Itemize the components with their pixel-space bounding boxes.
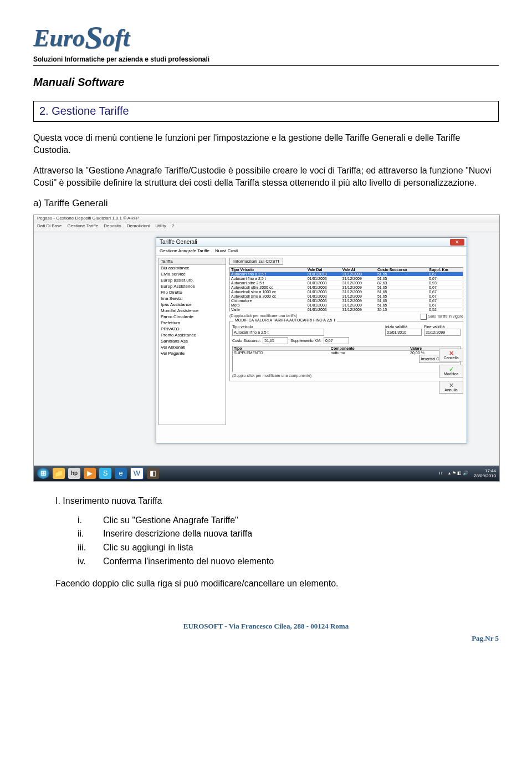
menu-item[interactable]: ? <box>172 223 174 231</box>
list-item[interactable]: Vei Pagante <box>159 350 226 356</box>
subhead-a: a) Tariffe Generali <box>33 198 499 209</box>
menu-item[interactable]: Dati Di Base <box>37 223 62 231</box>
list-item[interactable]: PRIVATO <box>159 326 226 332</box>
cost-table[interactable]: Tipo Veicolo Vale Dal Vale Al Costo Socc… <box>229 267 463 312</box>
tariffa-listbox[interactable]: Tariffa Blu assistance Elvia service Eur… <box>158 258 226 425</box>
tagline: Soluzioni Informatiche per azienda e stu… <box>33 55 499 66</box>
input-fine-validita[interactable]: 31/12/2099 <box>424 329 461 336</box>
col-vale-al: Vale Al <box>341 267 376 272</box>
list-item[interactable]: Elvia service <box>159 271 226 277</box>
app-menubar: Dati Di Base Gestione Tariffe Deposito D… <box>34 223 499 232</box>
info-costi-button[interactable]: Informazioni sui COSTI <box>229 258 283 265</box>
list-item[interactable]: Vei Abbonati <box>159 344 226 350</box>
col-suppl-km: Suppl. Km <box>428 267 463 272</box>
ie-icon[interactable]: e <box>115 468 127 479</box>
table-row[interactable]: Autocarri fino a 2,5 t01/01/201031/12/20… <box>230 272 463 276</box>
app-icon[interactable]: ◧ <box>147 468 159 479</box>
intro-paragraph-2: Attraverso la "Gestione Anagrafe Tariffe… <box>33 165 499 188</box>
section-heading: 2. Gestione Tariffe <box>39 105 129 117</box>
section-heading-box: 2. Gestione Tariffe <box>33 101 499 122</box>
cancel-icon: ✕ <box>439 382 463 388</box>
step-heading-I: I. Inserimento nuova Tariffa <box>55 496 499 506</box>
hint-doubleclick-componente: (Doppio-click per modificare una compone… <box>232 374 311 377</box>
page-number: Pag.Nr 5 <box>33 634 499 643</box>
label-tipo-veicolo: Tipo veicolo <box>232 325 383 329</box>
label-fine-validita: Fine validità <box>424 325 461 329</box>
intro-paragraph-1: Questa voce di menù contiene le funzioni… <box>33 132 499 156</box>
table-row[interactable]: Autoveicoli sino a 1000 cc01/01/200331/1… <box>230 289 463 294</box>
list-item[interactable]: Europ assist.urb. <box>159 277 226 283</box>
dialog-tariffe-generali: Tariffe Generali ✕ Gestione Anagrafe Tar… <box>156 237 467 443</box>
taskbar-clock[interactable]: 17:4428/09/2010 <box>474 468 496 478</box>
input-costo-soccorso[interactable]: 51,65 <box>263 337 288 344</box>
modifica-button[interactable]: ✓Modifica <box>439 365 463 377</box>
list-item[interactable]: Ipas Assistance <box>159 302 226 308</box>
input-supplemento-km[interactable]: 0,67 <box>324 337 349 344</box>
list-item[interactable]: Ima Servizi <box>159 295 226 302</box>
cancella-button[interactable]: ✕Cancella <box>439 349 463 361</box>
dialog-titlebar: Tariffe Generali ✕ <box>156 238 467 247</box>
modifica-valori-group: MODIFICA VALORI A TARIFFA AUTOCARRI FINO… <box>229 321 463 381</box>
table-row[interactable]: Varie01/01/200331/12/200936,150,52 <box>230 307 463 312</box>
menu-item[interactable]: Demolizioni <box>127 223 150 231</box>
input-tipo-veicolo[interactable]: Autocarri fino a 2,5 t <box>232 329 324 336</box>
logo: EuroSoft <box>33 23 499 52</box>
tray-flag-icon[interactable]: ▴ ⚑ ◧ 🔊 <box>448 471 468 476</box>
list-item[interactable]: Parco Circolante <box>159 314 226 320</box>
col-costo-soccorso: Costo Soccorso <box>376 267 428 272</box>
delete-icon: ✕ <box>439 350 463 356</box>
label-solo-vigore: Solo Tariffe in vigore <box>428 314 463 318</box>
dialog-tabs: Gestione Anagrafe Tariffe Nuovi Costi <box>156 247 467 256</box>
substeps-list: i.Clic su "Gestione Anagrafe Tariffe" ii… <box>78 514 499 569</box>
hp-icon[interactable]: hp <box>68 468 80 479</box>
table-row[interactable]: Autoveicoli oltre 2000 cc01/01/200331/12… <box>230 285 463 289</box>
annulla-button[interactable]: ✕Annulla <box>439 381 463 394</box>
list-item[interactable]: Pronto Assistance <box>159 332 226 338</box>
table-row[interactable]: Ciclomotore01/01/200331/12/200951,650,67 <box>230 298 463 303</box>
label-supplemento-km: Supplemento KM: <box>290 339 321 343</box>
list-item[interactable]: Blu assistance <box>159 265 226 271</box>
menu-item[interactable]: Deposito <box>104 223 121 231</box>
list-item[interactable]: Prefettura <box>159 320 226 326</box>
table-row[interactable]: Moto01/01/200331/12/200951,650,67 <box>230 303 463 307</box>
table-row[interactable]: Autocarri oltre 2,5 t01/01/200331/12/200… <box>230 280 463 285</box>
group-legend: MODIFICA VALORI A TARIFFA AUTOCARRI FINO… <box>233 318 337 322</box>
footer-address: EUROSOFT - Via Francesco Cilea, 288 - 00… <box>33 622 499 631</box>
input-inizio-validita[interactable]: 01/01/2010 <box>385 329 422 336</box>
tab-nuovi-costi[interactable]: Nuovi Costi <box>215 248 238 253</box>
check-icon: ✓ <box>439 366 463 372</box>
media-icon[interactable]: ▶ <box>84 468 96 479</box>
close-icon[interactable]: ✕ <box>450 239 464 246</box>
list-item[interactable]: Sanitrans Ass <box>159 338 226 344</box>
explorer-icon[interactable]: 📁 <box>53 468 65 479</box>
taskbar: ⊞ 📁 hp ▶ S e W ◧ IT ▴ ⚑ ◧ 🔊 17:4428/09/2… <box>34 466 499 481</box>
col-tipo-veicolo: Tipo Veicolo <box>230 267 306 272</box>
language-indicator[interactable]: IT <box>439 471 443 476</box>
list-item[interactable]: Filo Diretto <box>159 289 226 295</box>
table-row[interactable]: Autocarri fino a 2,5 t01/01/200331/12/20… <box>230 276 463 280</box>
table-row[interactable]: Autoveicoli sino a 2000 cc01/01/200331/1… <box>230 294 463 298</box>
label-inizio-validita: Inizio validità <box>385 325 422 329</box>
tariffa-list-header: Tariffa <box>159 258 226 265</box>
checkbox-solo-vigore[interactable] <box>421 314 427 320</box>
skype-icon[interactable]: S <box>99 468 111 479</box>
list-item[interactable]: Europ Assistence <box>159 283 226 289</box>
label-costo-soccorso: Costo Soccorso: <box>232 339 260 343</box>
menu-item[interactable]: Gestione Tariffe <box>67 223 98 231</box>
col-vale-dal: Vale Dal <box>306 267 341 272</box>
closing-note: Facendo doppio clic sulla riga si può mo… <box>55 579 499 589</box>
screenshot-window: Pegaso - Gestione Depositi Giudiziari 1.… <box>33 215 500 482</box>
menu-item[interactable]: Utility <box>155 223 166 231</box>
word-icon[interactable]: W <box>130 467 144 479</box>
tab-gestione-anagrafe[interactable]: Gestione Anagrafe Tariffe <box>160 248 209 253</box>
start-button-icon[interactable]: ⊞ <box>37 468 49 479</box>
manual-title: Manuali Software <box>33 76 499 89</box>
list-item[interactable]: Mondial Assistence <box>159 308 226 314</box>
